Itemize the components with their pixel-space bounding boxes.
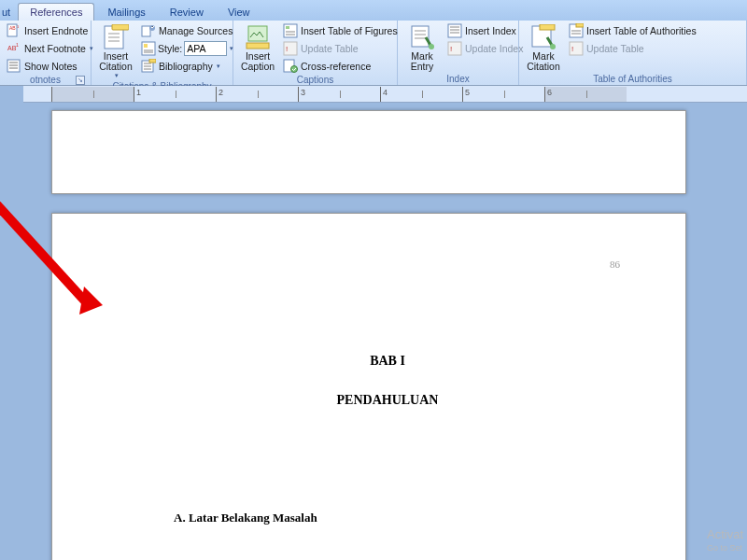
citation-icon bbox=[103, 24, 129, 50]
group-citations: Insert Citation ▾ Manage Sources Style: bbox=[92, 21, 233, 85]
footnotes-launcher[interactable]: ↘ bbox=[76, 76, 85, 85]
next-footnote-icon: AB1 bbox=[7, 41, 21, 56]
document-workspace: 1 2 3 4 5 6 86 BAB I PENDAHULUAN A. Lata… bbox=[0, 86, 747, 560]
tab-prev-cut[interactable]: ut bbox=[0, 4, 16, 21]
svg-rect-27 bbox=[448, 24, 461, 37]
update-index-icon: ! bbox=[447, 41, 462, 56]
update-toa-button[interactable]: ! Update Table bbox=[566, 40, 699, 57]
style-icon bbox=[141, 41, 156, 56]
insert-index-label: Insert Index bbox=[465, 25, 516, 36]
doc-section-a[interactable]: A. Latar Belakang Masalah bbox=[174, 511, 601, 525]
tof-icon bbox=[283, 23, 298, 38]
svg-text:!: ! bbox=[571, 45, 573, 53]
update-toa-icon: ! bbox=[569, 41, 584, 56]
svg-rect-25 bbox=[412, 26, 429, 47]
svg-rect-18 bbox=[247, 43, 269, 49]
show-notes-button[interactable]: Show Notes bbox=[4, 58, 96, 75]
citation-style-select[interactable] bbox=[184, 41, 227, 56]
page-current[interactable]: 86 BAB I PENDAHULUAN A. Latar Belakang M… bbox=[51, 213, 686, 560]
insert-index-icon bbox=[447, 23, 462, 38]
cross-reference-button[interactable]: Cross-reference bbox=[280, 58, 401, 75]
update-index-button[interactable]: ! Update Index bbox=[444, 40, 526, 57]
bibliography-button[interactable]: Bibliography ▾ bbox=[138, 58, 236, 75]
page-number: 86 bbox=[610, 259, 620, 270]
svg-rect-14 bbox=[144, 44, 148, 48]
svg-text:1: 1 bbox=[16, 42, 19, 48]
tab-view[interactable]: View bbox=[217, 4, 261, 21]
insert-endnote-label: Insert Endnote bbox=[24, 25, 88, 36]
show-notes-label: Show Notes bbox=[24, 61, 78, 72]
ruler-tick: 2 bbox=[218, 88, 223, 97]
citation-style-row: Style: ▾ bbox=[138, 40, 236, 57]
insert-caption-button[interactable]: Insert Caption bbox=[237, 22, 278, 74]
insert-toa-label: Insert Table of Authorities bbox=[586, 25, 697, 36]
tab-mailings[interactable]: Mailings bbox=[96, 4, 156, 21]
insert-toa-button[interactable]: Insert Table of Authorities bbox=[566, 22, 699, 39]
update-toa-label: Update Table bbox=[586, 43, 644, 54]
update-index-label: Update Index bbox=[465, 43, 523, 54]
group-label-captions: Captions bbox=[237, 75, 393, 86]
svg-point-24 bbox=[291, 66, 298, 73]
ruler-tick: 4 bbox=[383, 88, 388, 97]
manage-sources-icon bbox=[141, 23, 156, 38]
ruler-tick: 3 bbox=[301, 88, 305, 97]
caption-icon bbox=[245, 24, 271, 50]
endnote-icon: AB1 bbox=[7, 23, 21, 38]
cross-reference-label: Cross-reference bbox=[301, 61, 371, 72]
svg-rect-34 bbox=[576, 23, 584, 27]
document-area[interactable]: 86 BAB I PENDAHULUAN A. Latar Belakang M… bbox=[0, 103, 747, 560]
page-previous[interactable] bbox=[51, 110, 686, 194]
next-footnote-label: Next Footnote bbox=[24, 43, 86, 54]
svg-rect-20 bbox=[286, 26, 289, 29]
svg-rect-10 bbox=[112, 24, 129, 30]
style-label: Style: bbox=[158, 43, 182, 54]
ribbon: AB1 Insert Endnote AB1 Next Footnote ▾ S… bbox=[0, 21, 747, 86]
group-label-toa: Table of Authorities bbox=[523, 74, 742, 85]
svg-text:!: ! bbox=[450, 45, 452, 53]
insert-citation-button[interactable]: Insert Citation ▾ bbox=[95, 22, 136, 81]
tab-review[interactable]: Review bbox=[159, 4, 215, 21]
ruler-tick: 6 bbox=[547, 88, 552, 97]
svg-point-26 bbox=[429, 44, 434, 49]
horizontal-ruler[interactable]: 1 2 3 4 5 6 bbox=[23, 86, 747, 103]
bibliography-label: Bibliography bbox=[159, 61, 213, 72]
mark-entry-label: Mark Entry bbox=[411, 51, 434, 72]
group-captions: Insert Caption Insert Table of Figures !… bbox=[233, 21, 398, 85]
group-label-index: Index bbox=[402, 74, 514, 85]
ruler-tick: 5 bbox=[465, 88, 470, 97]
mark-entry-button[interactable]: Mark Entry bbox=[402, 22, 443, 74]
svg-point-32 bbox=[550, 44, 556, 49]
dropdown-icon: ▾ bbox=[114, 72, 119, 79]
insert-citation-label: Insert Citation bbox=[99, 51, 133, 72]
update-tof-button[interactable]: ! Update Table bbox=[280, 40, 401, 57]
svg-rect-31 bbox=[540, 24, 555, 30]
windows-activation-watermark: Activat Go to Set bbox=[707, 528, 743, 554]
mark-citation-icon bbox=[530, 24, 557, 50]
bibliography-icon bbox=[141, 59, 156, 74]
ruler-tick: 1 bbox=[136, 88, 141, 97]
update-tof-label: Update Table bbox=[301, 43, 359, 54]
show-notes-icon bbox=[7, 59, 21, 74]
group-footnotes: AB1 Insert Endnote AB1 Next Footnote ▾ S… bbox=[0, 21, 92, 85]
group-index: Mark Entry Insert Index ! Update Index I… bbox=[398, 21, 519, 85]
manage-sources-button[interactable]: Manage Sources bbox=[138, 22, 236, 39]
tab-references[interactable]: References bbox=[18, 3, 94, 21]
dropdown-icon: ▾ bbox=[216, 63, 220, 70]
insert-toa-icon bbox=[569, 23, 584, 38]
mark-citation-label: Mark Citation bbox=[527, 51, 560, 72]
insert-tof-label: Insert Table of Figures bbox=[301, 25, 398, 36]
ribbon-tabs: ut References Mailings Review View bbox=[0, 0, 747, 21]
insert-index-button[interactable]: Insert Index bbox=[444, 22, 526, 39]
svg-text:!: ! bbox=[286, 45, 288, 53]
insert-tof-button[interactable]: Insert Table of Figures bbox=[280, 22, 401, 39]
manage-sources-label: Manage Sources bbox=[159, 25, 233, 36]
svg-text:AB: AB bbox=[9, 25, 16, 31]
doc-heading-pendahuluan[interactable]: PENDAHULUAN bbox=[174, 393, 601, 408]
svg-text:1: 1 bbox=[17, 24, 20, 29]
update-table-icon: ! bbox=[283, 41, 298, 56]
doc-heading-bab[interactable]: BAB I bbox=[174, 354, 601, 369]
mark-citation-button[interactable]: Mark Citation bbox=[523, 22, 564, 74]
next-footnote-button[interactable]: AB1 Next Footnote ▾ bbox=[4, 40, 96, 57]
svg-rect-11 bbox=[142, 26, 150, 36]
insert-endnote-button[interactable]: AB1 Insert Endnote bbox=[4, 22, 96, 39]
